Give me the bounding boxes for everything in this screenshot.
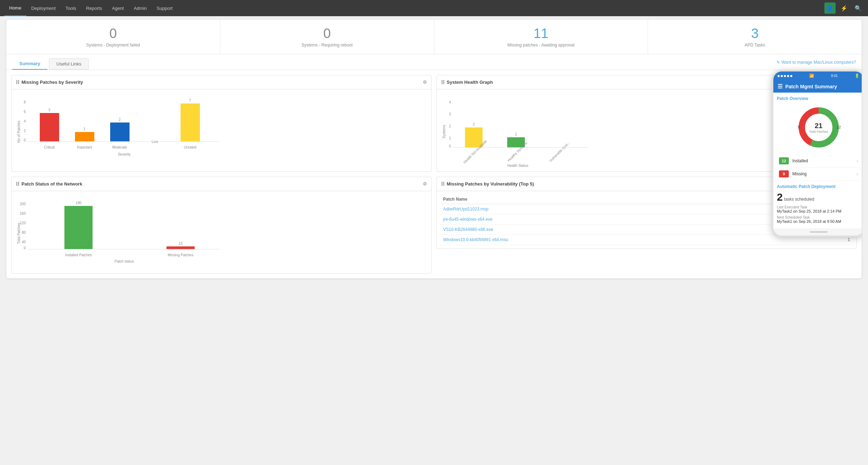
nav-home[interactable]: Home [4,0,26,16]
nav-reports[interactable]: Reports [81,0,107,16]
phone-title: Patch Mgmt Summary [785,84,837,89]
bar-label-important: Important [77,145,92,149]
patch-link[interactable]: AdbeRdrUpd11023.msp [443,207,489,212]
panel-dots3-icon: ⁞⁞ [441,79,445,86]
ps-y-axis-label: Total Patches [17,223,21,244]
bar-unrated [181,103,200,142]
bar-installed-label: Installed Patches [65,253,92,257]
left-column: ⁞⁞ Missing Patches by Severity ⚙ No of P… [11,75,432,274]
donut-right-label: 12 [837,125,841,129]
bar-missing-val: 13 [178,241,183,245]
nav-support[interactable]: Support [152,0,178,16]
dot2 [781,75,783,77]
patch-name-cell: jre-6u45-windows-x64.exe [440,214,806,225]
missing-patches-severity-panel: ⁞⁞ Missing Patches by Severity ⚙ No of P… [11,75,432,172]
tab-useful-links[interactable]: Useful Links [49,58,89,70]
ps-x-axis-label: Patch status [114,259,134,263]
stat-number-deployment: 0 [10,26,216,41]
y-tick-6: 6 [24,110,26,114]
system-health-title: System Health Graph [447,80,493,85]
bar-label-critical-val: 3 [48,108,50,112]
panel-dots4-icon: ⁞⁞ [441,181,445,187]
wifi-icon: 📶 [809,74,814,78]
stat-number-apd: 3 [652,26,858,41]
ps-y-0: 0 [24,246,26,250]
panel-title-left3: ⁞⁞ System Health Graph [441,79,493,86]
panel-title-left: ⁞⁞ Missing Patches by Severity [16,79,83,86]
patch-overview-title: Patch Overview [777,96,860,101]
last-executed-value: MyTask2 on Sep 25, 2018 at 2:14 PM [777,209,860,213]
bar-installed [64,206,93,249]
nav-admin[interactable]: Admin [129,0,152,16]
home-bar[interactable] [810,231,828,233]
stat-requiring-reboot: 0 Systems - Requiring reboot [220,20,434,54]
panel-title: Missing Patches by Severity [21,80,83,85]
y-tick-2: 2 [24,129,26,133]
phone-time: 9:41 [831,74,838,78]
missing-vuln-title: Missing Patches by Vulnerability (Top 5) [447,181,534,187]
installed-chevron-icon: › [856,158,858,164]
phone-missing-row[interactable]: 9 Missing › [777,168,860,181]
stat-label-missing: Missing patches - Awaiting approval [438,43,644,48]
search-icon[interactable]: 🔍 [853,2,864,14]
sh-y-2: 2 [449,124,451,128]
bar-label-moderate: Moderate [112,145,127,149]
panel-dots-icon: ⁞⁞ [16,79,19,86]
donut-total-label: Total Patches [809,130,828,134]
user-icon[interactable]: 👤 [824,2,836,14]
next-scheduled-value: MyTask1 on Sep 26, 2018 at 9:50 AM [777,219,860,224]
sh-y-label: Systems [442,125,446,138]
phone-installed-row[interactable]: 12 Installed › [777,155,860,168]
stats-bar: 0 Systems - Deployment failed 0 Systems … [6,20,862,54]
donut-left-label: 9 [798,125,800,129]
stat-label-reboot: Systems - Requiring reboot [224,43,430,48]
patch-link[interactable]: Windows10.0-kb4056891-x64.msu [443,237,508,242]
patch-name-cell: VS10-KB2644980-x86.exe [440,225,806,235]
x-axis-label: Severity [118,152,131,156]
apd-count-row: 2 tasks scheduled [777,191,860,203]
gear2-icon[interactable]: ⚙ [423,181,427,187]
ps-y-160: 160 [20,212,26,215]
last-executed-label: Last Executed Task [777,205,860,209]
pencil-icon: ✎ [776,60,780,65]
gear-icon[interactable]: ⚙ [423,80,427,85]
missing-badge: 9 [779,170,789,177]
dot5 [790,75,792,77]
y-tick-4: 4 [24,119,26,123]
phone-mockup: 📶 9:41 🔋 ☰ Patch Mgmt Summary Patch Over… [772,70,862,237]
stat-label-deployment: Systems - Deployment failed [10,43,216,48]
panel-title-left4: ⁞⁞ Missing Patches by Vulnerability (Top… [441,181,534,187]
phone-statusbar: 📶 9:41 🔋 [773,71,862,80]
bar-installed-val: 190 [76,201,82,205]
bar-label-moderate-val: 2 [119,118,121,121]
missing-patches-chart-body: No of Patches 8 6 4 2 0 3 Critical [12,89,431,171]
ps-y-80: 80 [22,231,26,234]
bar-hna-val: 2 [473,122,475,126]
hamburger-icon[interactable]: ☰ [778,83,782,90]
donut-center-label: 21 Total Patches [809,121,828,134]
nav-deployment[interactable]: Deployment [26,0,61,16]
patch-link[interactable]: VS10-KB2644980-x86.exe [443,227,493,232]
y-tick-8: 8 [24,100,26,104]
patch-name-cell: AdbeRdrUpd11023.msp [440,204,806,214]
bar-label-unrated: Unrated [184,145,196,149]
dot3 [784,75,786,77]
battery-icon: 🔋 [855,74,860,78]
bar-important [75,132,94,142]
system-health-chart-svg: Systems 4 3 2 1 0 2 Health Not Available [440,93,595,170]
tab-summary[interactable]: Summary [12,58,48,70]
bar-critical [40,113,59,142]
installed-badge: 12 [779,157,789,164]
patch-status-title: Patch Status of the Network [21,181,82,187]
sh-y-3: 3 [449,112,451,116]
patch-status-chart-body: Total Patches 200 160 120 80 40 0 190 In… [12,191,431,273]
manage-mac-label: Want to manage Mac/Linux computers? [781,60,856,65]
sh-y-4: 4 [449,100,451,104]
patch-status-chart-svg: Total Patches 200 160 120 80 40 0 190 In… [15,195,240,272]
nav-tools[interactable]: Tools [61,0,81,16]
manage-mac-link[interactable]: ✎ Want to manage Mac/Linux computers? [776,60,856,68]
bolt-icon[interactable]: ⚡ [838,2,850,14]
donut-chart-container: 9 12 21 Total Patches [796,105,842,150]
patch-link[interactable]: jre-6u45-windows-x64.exe [443,217,492,222]
nav-agent[interactable]: Agent [107,0,129,16]
